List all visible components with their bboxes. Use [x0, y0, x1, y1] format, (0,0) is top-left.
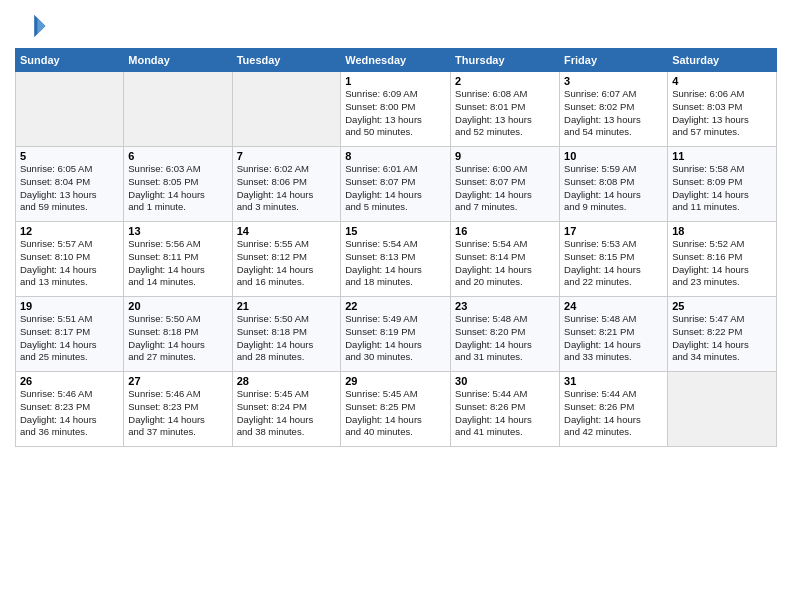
day-cell: 11Sunrise: 5:58 AM Sunset: 8:09 PM Dayli…	[668, 147, 777, 222]
day-number: 14	[237, 225, 337, 237]
day-info: Sunrise: 5:46 AM Sunset: 8:23 PM Dayligh…	[20, 388, 119, 439]
header-day: Monday	[124, 49, 232, 72]
day-cell: 19Sunrise: 5:51 AM Sunset: 8:17 PM Dayli…	[16, 297, 124, 372]
day-info: Sunrise: 5:44 AM Sunset: 8:26 PM Dayligh…	[455, 388, 555, 439]
day-number: 23	[455, 300, 555, 312]
day-number: 8	[345, 150, 446, 162]
day-number: 5	[20, 150, 119, 162]
day-info: Sunrise: 5:45 AM Sunset: 8:24 PM Dayligh…	[237, 388, 337, 439]
day-cell: 28Sunrise: 5:45 AM Sunset: 8:24 PM Dayli…	[232, 372, 341, 447]
day-cell: 17Sunrise: 5:53 AM Sunset: 8:15 PM Dayli…	[560, 222, 668, 297]
day-info: Sunrise: 6:01 AM Sunset: 8:07 PM Dayligh…	[345, 163, 446, 214]
day-cell: 23Sunrise: 5:48 AM Sunset: 8:20 PM Dayli…	[451, 297, 560, 372]
day-info: Sunrise: 5:54 AM Sunset: 8:13 PM Dayligh…	[345, 238, 446, 289]
day-info: Sunrise: 5:56 AM Sunset: 8:11 PM Dayligh…	[128, 238, 227, 289]
day-info: Sunrise: 6:09 AM Sunset: 8:00 PM Dayligh…	[345, 88, 446, 139]
day-cell: 12Sunrise: 5:57 AM Sunset: 8:10 PM Dayli…	[16, 222, 124, 297]
day-cell: 21Sunrise: 5:50 AM Sunset: 8:18 PM Dayli…	[232, 297, 341, 372]
day-cell: 18Sunrise: 5:52 AM Sunset: 8:16 PM Dayli…	[668, 222, 777, 297]
header-row: SundayMondayTuesdayWednesdayThursdayFrid…	[16, 49, 777, 72]
day-cell: 9Sunrise: 6:00 AM Sunset: 8:07 PM Daylig…	[451, 147, 560, 222]
day-number: 22	[345, 300, 446, 312]
header-day: Sunday	[16, 49, 124, 72]
day-info: Sunrise: 5:45 AM Sunset: 8:25 PM Dayligh…	[345, 388, 446, 439]
day-info: Sunrise: 6:07 AM Sunset: 8:02 PM Dayligh…	[564, 88, 663, 139]
day-cell: 20Sunrise: 5:50 AM Sunset: 8:18 PM Dayli…	[124, 297, 232, 372]
day-info: Sunrise: 5:53 AM Sunset: 8:15 PM Dayligh…	[564, 238, 663, 289]
day-number: 25	[672, 300, 772, 312]
header-day: Saturday	[668, 49, 777, 72]
day-info: Sunrise: 5:59 AM Sunset: 8:08 PM Dayligh…	[564, 163, 663, 214]
day-number: 17	[564, 225, 663, 237]
day-info: Sunrise: 5:47 AM Sunset: 8:22 PM Dayligh…	[672, 313, 772, 364]
day-info: Sunrise: 5:55 AM Sunset: 8:12 PM Dayligh…	[237, 238, 337, 289]
day-info: Sunrise: 5:48 AM Sunset: 8:20 PM Dayligh…	[455, 313, 555, 364]
day-info: Sunrise: 5:44 AM Sunset: 8:26 PM Dayligh…	[564, 388, 663, 439]
day-number: 3	[564, 75, 663, 87]
day-cell: 4Sunrise: 6:06 AM Sunset: 8:03 PM Daylig…	[668, 72, 777, 147]
page: SundayMondayTuesdayWednesdayThursdayFrid…	[0, 0, 792, 612]
day-cell: 25Sunrise: 5:47 AM Sunset: 8:22 PM Dayli…	[668, 297, 777, 372]
day-cell	[668, 372, 777, 447]
day-number: 15	[345, 225, 446, 237]
day-info: Sunrise: 5:49 AM Sunset: 8:19 PM Dayligh…	[345, 313, 446, 364]
logo	[15, 10, 49, 42]
day-number: 30	[455, 375, 555, 387]
day-cell: 3Sunrise: 6:07 AM Sunset: 8:02 PM Daylig…	[560, 72, 668, 147]
day-number: 6	[128, 150, 227, 162]
day-number: 9	[455, 150, 555, 162]
day-cell: 26Sunrise: 5:46 AM Sunset: 8:23 PM Dayli…	[16, 372, 124, 447]
day-number: 18	[672, 225, 772, 237]
day-info: Sunrise: 6:03 AM Sunset: 8:05 PM Dayligh…	[128, 163, 227, 214]
day-number: 1	[345, 75, 446, 87]
day-number: 7	[237, 150, 337, 162]
day-info: Sunrise: 5:57 AM Sunset: 8:10 PM Dayligh…	[20, 238, 119, 289]
day-cell: 2Sunrise: 6:08 AM Sunset: 8:01 PM Daylig…	[451, 72, 560, 147]
week-row: 5Sunrise: 6:05 AM Sunset: 8:04 PM Daylig…	[16, 147, 777, 222]
day-cell: 1Sunrise: 6:09 AM Sunset: 8:00 PM Daylig…	[341, 72, 451, 147]
day-info: Sunrise: 5:52 AM Sunset: 8:16 PM Dayligh…	[672, 238, 772, 289]
day-info: Sunrise: 6:05 AM Sunset: 8:04 PM Dayligh…	[20, 163, 119, 214]
header-day: Wednesday	[341, 49, 451, 72]
day-info: Sunrise: 5:58 AM Sunset: 8:09 PM Dayligh…	[672, 163, 772, 214]
day-cell: 24Sunrise: 5:48 AM Sunset: 8:21 PM Dayli…	[560, 297, 668, 372]
day-info: Sunrise: 5:46 AM Sunset: 8:23 PM Dayligh…	[128, 388, 227, 439]
day-number: 11	[672, 150, 772, 162]
day-cell: 6Sunrise: 6:03 AM Sunset: 8:05 PM Daylig…	[124, 147, 232, 222]
day-info: Sunrise: 6:06 AM Sunset: 8:03 PM Dayligh…	[672, 88, 772, 139]
header-day: Friday	[560, 49, 668, 72]
day-info: Sunrise: 5:48 AM Sunset: 8:21 PM Dayligh…	[564, 313, 663, 364]
week-row: 12Sunrise: 5:57 AM Sunset: 8:10 PM Dayli…	[16, 222, 777, 297]
day-cell: 5Sunrise: 6:05 AM Sunset: 8:04 PM Daylig…	[16, 147, 124, 222]
day-cell: 30Sunrise: 5:44 AM Sunset: 8:26 PM Dayli…	[451, 372, 560, 447]
day-number: 24	[564, 300, 663, 312]
day-number: 12	[20, 225, 119, 237]
day-cell: 31Sunrise: 5:44 AM Sunset: 8:26 PM Dayli…	[560, 372, 668, 447]
day-number: 21	[237, 300, 337, 312]
day-cell: 16Sunrise: 5:54 AM Sunset: 8:14 PM Dayli…	[451, 222, 560, 297]
week-row: 26Sunrise: 5:46 AM Sunset: 8:23 PM Dayli…	[16, 372, 777, 447]
day-number: 19	[20, 300, 119, 312]
week-row: 1Sunrise: 6:09 AM Sunset: 8:00 PM Daylig…	[16, 72, 777, 147]
day-info: Sunrise: 6:08 AM Sunset: 8:01 PM Dayligh…	[455, 88, 555, 139]
day-number: 29	[345, 375, 446, 387]
day-number: 26	[20, 375, 119, 387]
day-cell	[124, 72, 232, 147]
day-number: 31	[564, 375, 663, 387]
day-cell	[16, 72, 124, 147]
day-cell: 15Sunrise: 5:54 AM Sunset: 8:13 PM Dayli…	[341, 222, 451, 297]
day-number: 4	[672, 75, 772, 87]
day-number: 13	[128, 225, 227, 237]
day-cell: 10Sunrise: 5:59 AM Sunset: 8:08 PM Dayli…	[560, 147, 668, 222]
day-cell: 29Sunrise: 5:45 AM Sunset: 8:25 PM Dayli…	[341, 372, 451, 447]
week-row: 19Sunrise: 5:51 AM Sunset: 8:17 PM Dayli…	[16, 297, 777, 372]
day-number: 27	[128, 375, 227, 387]
day-cell: 14Sunrise: 5:55 AM Sunset: 8:12 PM Dayli…	[232, 222, 341, 297]
header	[15, 10, 777, 42]
day-info: Sunrise: 5:50 AM Sunset: 8:18 PM Dayligh…	[128, 313, 227, 364]
day-info: Sunrise: 6:00 AM Sunset: 8:07 PM Dayligh…	[455, 163, 555, 214]
day-number: 2	[455, 75, 555, 87]
day-cell: 22Sunrise: 5:49 AM Sunset: 8:19 PM Dayli…	[341, 297, 451, 372]
day-cell: 27Sunrise: 5:46 AM Sunset: 8:23 PM Dayli…	[124, 372, 232, 447]
day-info: Sunrise: 5:54 AM Sunset: 8:14 PM Dayligh…	[455, 238, 555, 289]
